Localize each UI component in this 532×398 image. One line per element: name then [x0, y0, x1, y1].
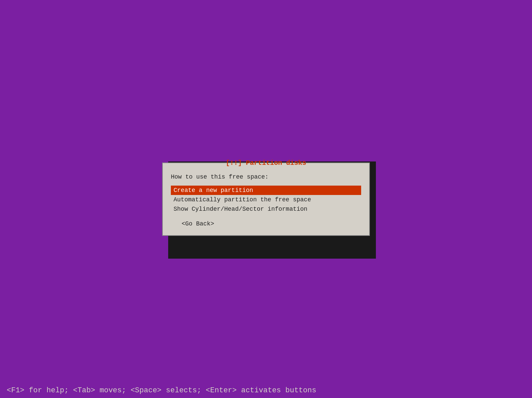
- dialog-content: How to use this free space: Create a new…: [163, 171, 369, 235]
- title-line-right: [310, 162, 364, 163]
- menu-item-cylinder-info[interactable]: Show Cylinder/Head/Sector information: [171, 204, 361, 214]
- menu-item-create-partition[interactable]: Create a new partition: [171, 186, 361, 195]
- screen: [!!] Partition disks How to use this fre…: [0, 0, 532, 398]
- dialog-title-bar: [!!] Partition disks: [163, 159, 369, 167]
- status-bar: <F1> for help; <Tab> moves; <Space> sele…: [0, 383, 532, 398]
- dialog-description: How to use this free space:: [171, 174, 361, 180]
- title-line-left: [168, 162, 222, 163]
- dialog-title: [!!] Partition disks: [222, 159, 310, 167]
- menu-item-auto-partition[interactable]: Automatically partition the free space: [171, 195, 361, 204]
- partition-dialog: [!!] Partition disks How to use this fre…: [162, 162, 370, 236]
- menu-list: Create a new partition Automatically par…: [171, 186, 361, 214]
- go-back-button[interactable]: <Go Back>: [182, 220, 214, 227]
- status-bar-text: <F1> for help; <Tab> moves; <Space> sele…: [7, 386, 316, 395]
- button-row: <Go Back>: [171, 220, 361, 227]
